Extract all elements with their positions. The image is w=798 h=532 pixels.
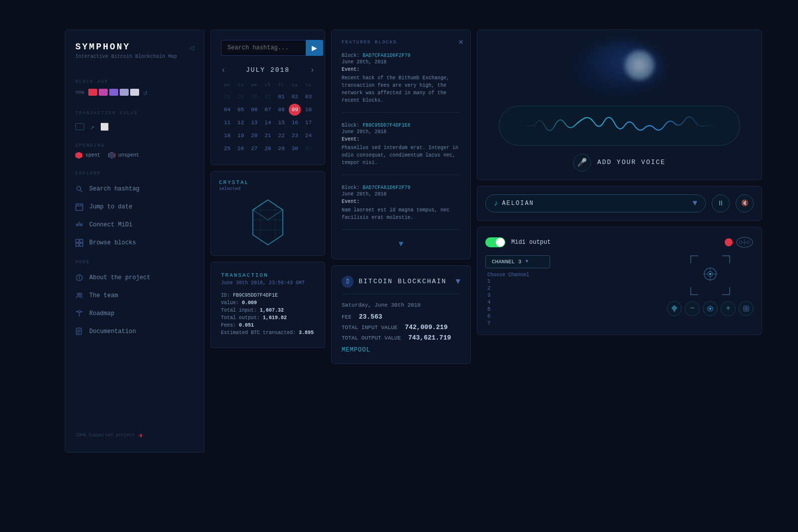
bar-chart-icon[interactable]: ⬜ xyxy=(100,123,109,131)
scale-selector[interactable]: ♪ AELOIAN ▼ xyxy=(485,194,706,212)
cal-day[interactable]: 20 xyxy=(248,130,260,142)
midi-output-label: Midi output xyxy=(511,239,551,246)
blockchain-header: ₿ BITCOIN BLOCKCHAIN ▼ xyxy=(342,276,460,294)
cal-day[interactable]: 08 xyxy=(275,104,288,116)
zoom-out-button[interactable]: − xyxy=(685,301,700,316)
zoom-in-button[interactable]: + xyxy=(721,301,736,316)
cal-day-selected[interactable]: 09 xyxy=(289,104,301,116)
audio-controls: ♪ AELOIAN ▼ ⏸ 🔇 xyxy=(477,186,762,221)
cal-day[interactable]: 27 xyxy=(248,143,260,155)
cal-day[interactable]: 01 xyxy=(275,91,288,103)
sidebar-item-search-hashtag[interactable]: Search hashtag xyxy=(75,180,194,198)
svg-rect-10 xyxy=(76,239,79,242)
more-label: MORE xyxy=(75,260,194,265)
block-2-date: June 20th, 2018 xyxy=(342,129,460,135)
sidebar-item-jump-to-date[interactable]: Jump to date xyxy=(75,198,194,216)
cal-day[interactable]: 28 xyxy=(261,143,274,155)
close-button[interactable]: ✕ xyxy=(458,37,463,47)
blockchain-panel: ₿ BITCOIN BLOCKCHAIN ▼ Saturday, June 30… xyxy=(331,265,471,364)
cal-day[interactable]: 29 xyxy=(275,143,288,155)
svg-rect-12 xyxy=(76,243,79,246)
sidebar-item-connect-midi[interactable]: Connect MiDi xyxy=(75,216,194,234)
sidebar-collapse-icon[interactable]: ◁ xyxy=(189,43,194,53)
cal-day[interactable]: 03 xyxy=(302,91,315,103)
cal-day[interactable]: 06 xyxy=(248,104,260,116)
calendar-panel: ▶ ‹ JULY 2018 › mo tu we th fr sa su 28 … xyxy=(210,29,325,165)
pause-button[interactable]: ⏸ xyxy=(712,194,730,212)
search-button[interactable]: ▶ xyxy=(306,40,323,56)
cal-day[interactable]: 12 xyxy=(234,117,247,129)
sidebar-item-docs[interactable]: Documentation xyxy=(75,323,194,341)
calendar-header: ‹ JULY 2018 › xyxy=(221,66,315,75)
cal-header-fr: fr xyxy=(275,81,288,90)
app-subtitle: Interactive Bitcoin Blockchain Map xyxy=(75,54,194,59)
cal-day[interactable]: 21 xyxy=(261,130,274,142)
cal-day[interactable]: 02 xyxy=(302,143,315,155)
calendar-grid: mo tu we th fr sa su 28 29 30 31 01 02 0… xyxy=(221,81,315,155)
cal-day[interactable]: 25 xyxy=(221,143,233,155)
channel-5[interactable]: 5 xyxy=(485,306,550,313)
grid-tx-icon[interactable] xyxy=(75,123,84,130)
sidebar-item-about[interactable]: About the project xyxy=(75,269,194,287)
mic-icon[interactable]: 🎤 xyxy=(573,154,591,172)
roadmap-icon xyxy=(75,310,83,318)
cal-day[interactable]: 29 xyxy=(234,91,247,103)
nebula-visual xyxy=(575,40,664,95)
channel-2[interactable]: 2 xyxy=(485,285,550,292)
calendar-next[interactable]: › xyxy=(310,66,315,75)
cal-day[interactable]: 28 xyxy=(221,91,233,103)
right-column: 🎤 ADD YOUR VOICE ♪ AELOIAN ▼ ⏸ 🔇 xyxy=(477,29,762,503)
sidebar-item-roadmap[interactable]: Roadmap xyxy=(75,305,194,323)
zoom-target-button[interactable] xyxy=(703,301,718,316)
mempool-link[interactable]: MEMPOOL xyxy=(342,347,460,354)
cal-day[interactable]: 31 xyxy=(261,91,274,103)
cal-day[interactable]: 19 xyxy=(234,130,247,142)
crystal-svg-icon xyxy=(248,197,288,247)
cal-day[interactable]: 30 xyxy=(248,91,260,103)
sidebar-item-team[interactable]: The team xyxy=(75,287,194,305)
cal-day[interactable]: 11 xyxy=(221,117,233,129)
block-3-hash: BAD7CFA81D6F2F79 xyxy=(363,185,410,190)
blockchain-chevron-icon[interactable]: ▼ xyxy=(455,277,460,286)
calendar-prev[interactable]: ‹ xyxy=(221,66,226,75)
cal-day[interactable]: 04 xyxy=(221,104,233,116)
cal-day[interactable]: 24 xyxy=(302,130,315,142)
midi-right-controls: − + xyxy=(667,255,754,316)
cal-day[interactable]: 26 xyxy=(234,143,247,155)
transaction-title: TRANSACTION xyxy=(221,272,315,278)
cal-day[interactable]: 05 xyxy=(234,104,247,116)
midi-toggle[interactable] xyxy=(485,237,505,247)
mute-button[interactable]: 🔇 xyxy=(736,194,754,212)
cal-day[interactable]: 23 xyxy=(289,130,301,142)
cal-day[interactable]: 02 xyxy=(289,91,301,103)
cal-day[interactable]: 22 xyxy=(275,130,288,142)
cal-day[interactable]: 16 xyxy=(289,117,301,129)
channel-3[interactable]: 3 xyxy=(485,292,550,299)
corner-frame xyxy=(690,255,730,295)
block-3-desc: Nam laoreet est id magna tempus, nec fac… xyxy=(342,206,460,221)
cal-day[interactable]: 13 xyxy=(248,117,260,129)
cal-day[interactable]: 15 xyxy=(275,117,288,129)
channel-4[interactable]: 4 xyxy=(485,299,550,306)
search-input[interactable] xyxy=(221,40,306,56)
cal-day[interactable]: 18 xyxy=(221,130,233,142)
line-chart-icon[interactable]: ↗ xyxy=(90,123,94,131)
cal-day[interactable]: 07 xyxy=(261,104,274,116)
explore-label: EXPLORE xyxy=(75,171,194,176)
featured-scroll-arrow[interactable]: ▼ xyxy=(342,240,460,249)
channel-6[interactable]: 6 xyxy=(485,313,550,320)
crystal-label: CRYSTAL xyxy=(219,179,317,185)
settings-button[interactable] xyxy=(739,301,754,316)
calendar-title: JULY 2018 xyxy=(246,66,290,74)
channel-selector[interactable]: CHANNEL 3 ▼ xyxy=(485,255,550,268)
cal-day[interactable]: 14 xyxy=(261,117,274,129)
cal-day[interactable]: 10 xyxy=(302,104,315,116)
sidebar-item-browse-blocks[interactable]: Browse blocks xyxy=(75,234,194,252)
sidebar: SYMPHONY ◁ Interactive Bitcoin Blockchai… xyxy=(65,29,204,453)
cal-day[interactable]: 30 xyxy=(289,143,301,155)
unspent-label: unspent xyxy=(118,153,139,158)
cal-day[interactable]: 17 xyxy=(302,117,315,129)
reset-age-icon[interactable]: ↺ xyxy=(143,88,147,97)
channel-7[interactable]: 7 xyxy=(485,320,550,327)
channel-1[interactable]: 1 xyxy=(485,278,550,285)
